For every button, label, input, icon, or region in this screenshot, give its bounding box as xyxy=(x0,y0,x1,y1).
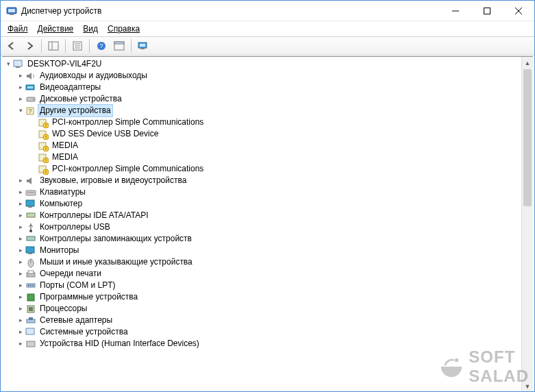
expander-icon[interactable]: ▸ xyxy=(16,83,25,93)
expander-icon[interactable]: ▸ xyxy=(16,258,25,267)
svg-text:?: ? xyxy=(99,42,103,49)
tree-label: Сетевые адаптеры xyxy=(38,315,114,326)
svg-point-57 xyxy=(28,284,29,286)
tree-label: Процессоры xyxy=(38,303,90,315)
device-tree-pane[interactable]: ▾ DESKTOP-VIL4F2U ▸ Аудиовходы и аудиовы… xyxy=(2,56,533,392)
tree-category-system[interactable]: ▸ Системные устройства xyxy=(3,326,533,338)
toolbar-separator xyxy=(131,39,132,53)
tree-category-computer[interactable]: ▸ Компьютер xyxy=(3,198,533,210)
expander-icon[interactable]: ▸ xyxy=(16,269,25,279)
expander-icon[interactable]: ▸ xyxy=(16,199,25,209)
expander-icon[interactable]: ▸ xyxy=(16,246,25,256)
tree-label: Мыши и иные указывающие устройства xyxy=(38,256,195,268)
network-icon xyxy=(25,315,36,326)
tree-category-monitor[interactable]: ▸ Мониторы xyxy=(3,245,533,256)
display-adapter-icon xyxy=(25,82,36,93)
cpu-icon xyxy=(25,304,36,315)
tree-item[interactable]: ▸ ! MEDIA xyxy=(3,151,533,163)
expander-icon[interactable]: ▸ xyxy=(16,281,25,291)
tree-label: MEDIA xyxy=(50,151,80,163)
svg-rect-50 xyxy=(26,247,34,253)
tree-item[interactable]: ▸ ! WD SES Device USB Device xyxy=(3,128,533,140)
scan-hardware-button[interactable] xyxy=(135,38,151,53)
back-button[interactable] xyxy=(3,38,20,53)
tree-label: Контроллеры USB xyxy=(38,221,112,233)
tree-label: Мониторы xyxy=(38,245,81,256)
tree-category-hid[interactable]: ▸ Устройства HID (Human Interface Device… xyxy=(3,338,533,350)
tree-category-keyboard[interactable]: ▸ Клавиатуры xyxy=(3,186,533,198)
scroll-up-icon[interactable]: ▲ xyxy=(522,57,533,69)
expander-icon[interactable]: ▸ xyxy=(16,223,25,232)
computer-icon xyxy=(13,59,24,70)
scroll-down-icon[interactable]: ▼ xyxy=(522,380,533,392)
svg-rect-2 xyxy=(10,14,14,15)
menu-help[interactable]: Справка xyxy=(103,23,144,35)
tree-root[interactable]: ▾ DESKTOP-VIL4F2U xyxy=(3,58,533,70)
tree-category-storage[interactable]: ▸ Контроллеры запоминающих устройств xyxy=(3,233,533,245)
expander-icon[interactable]: ▸ xyxy=(16,95,25,104)
scroll-thumb[interactable] xyxy=(523,69,532,206)
tree-category-video[interactable]: ▸ Видеоадаптеры xyxy=(3,82,533,93)
close-button[interactable] xyxy=(503,1,534,21)
svg-point-59 xyxy=(32,284,34,286)
tree-label: Компьютер xyxy=(38,198,84,210)
tree-label: Аудиовходы и аудиовыходы xyxy=(38,70,149,82)
expander-icon[interactable]: ▸ xyxy=(16,316,25,326)
maximize-button[interactable] xyxy=(471,1,503,21)
vertical-scrollbar[interactable]: ▲ ▼ xyxy=(521,57,533,392)
menu-view[interactable]: Вид xyxy=(79,23,102,35)
tree-label: Другие устройства xyxy=(38,104,113,117)
menu-file[interactable]: Файл xyxy=(3,23,32,35)
usb-icon xyxy=(25,222,36,233)
tree-category-disk[interactable]: ▸ Дисковые устройства xyxy=(3,93,533,105)
storage-controller-icon xyxy=(25,234,36,245)
tree-category-software[interactable]: ▸ Программные устройства xyxy=(3,291,533,303)
warning-device-icon: ! xyxy=(38,129,49,140)
expander-icon[interactable]: ▸ xyxy=(16,234,25,244)
expander-icon[interactable]: ▸ xyxy=(16,304,25,314)
tree-category-mouse[interactable]: ▸ Мыши и иные указывающие устройства xyxy=(3,256,533,268)
tree-category-cpu[interactable]: ▸ Процессоры xyxy=(3,303,533,315)
svg-rect-55 xyxy=(28,271,34,273)
minimize-button[interactable] xyxy=(440,1,471,21)
view-button[interactable] xyxy=(111,38,127,53)
svg-rect-1 xyxy=(8,9,15,12)
show-hide-tree-button[interactable] xyxy=(45,38,62,53)
expander-icon[interactable]: ▸ xyxy=(16,211,25,221)
tree-label: Дисковые устройства xyxy=(38,93,124,105)
warning-device-icon: ! xyxy=(38,117,49,128)
expander-icon[interactable]: ▸ xyxy=(16,71,25,81)
toolbar-separator xyxy=(65,39,66,53)
expander-icon[interactable]: ▸ xyxy=(16,176,25,186)
expander-icon[interactable]: ▸ xyxy=(16,293,25,302)
tree-category-ide[interactable]: ▸ Контроллеры IDE ATA/ATAPI xyxy=(3,210,533,221)
menu-action[interactable]: Действие xyxy=(34,23,78,35)
help-button[interactable]: ? xyxy=(93,38,110,53)
tree-item[interactable]: ▸ ! PCI-контроллер Simple Communications xyxy=(3,163,533,175)
svg-rect-16 xyxy=(114,42,124,44)
tree-category-net[interactable]: ▸ Сетевые адаптеры xyxy=(3,315,533,326)
tree-item[interactable]: ▸ ! PCI-контроллер Simple Communications xyxy=(3,117,533,128)
tree-category-printq[interactable]: ▸ Очереди печати xyxy=(3,268,533,280)
tree-label: Звуковые, игровые и видеоустройства xyxy=(38,175,188,186)
expander-icon[interactable]: ▾ xyxy=(3,60,13,69)
tree-category-other[interactable]: ▾ ? Другие устройства xyxy=(3,105,533,117)
properties-button[interactable] xyxy=(69,38,86,53)
expander-icon[interactable]: ▸ xyxy=(16,339,25,349)
title-bar: Диспетчер устройств xyxy=(1,1,534,21)
tree-category-sound[interactable]: ▸ Звуковые, игровые и видеоустройства xyxy=(3,175,533,186)
tree-item[interactable]: ▸ ! MEDIA xyxy=(3,140,533,151)
expander-icon[interactable]: ▾ xyxy=(16,106,25,116)
expander-icon[interactable]: ▸ xyxy=(16,328,25,337)
svg-rect-19 xyxy=(140,48,145,49)
svg-rect-47 xyxy=(27,213,35,217)
svg-rect-49 xyxy=(27,236,35,241)
forward-button[interactable] xyxy=(21,38,38,53)
svg-rect-51 xyxy=(28,253,32,254)
tree-category-ports[interactable]: ▸ Порты (COM и LPT) xyxy=(3,280,533,291)
tree-category-audio[interactable]: ▸ Аудиовходы и аудиовыходы xyxy=(3,70,533,82)
tree-category-usb[interactable]: ▸ Контроллеры USB xyxy=(3,221,533,233)
svg-rect-45 xyxy=(26,200,34,206)
expander-icon[interactable]: ▸ xyxy=(16,188,25,197)
toolbar-separator xyxy=(89,39,90,53)
